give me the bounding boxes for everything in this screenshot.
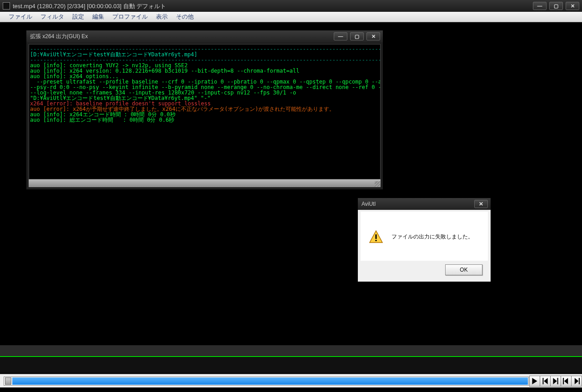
seek-thumb[interactable] [5, 377, 11, 385]
transport-controls [530, 376, 582, 387]
goto-start-button[interactable] [561, 376, 572, 387]
menu-file[interactable]: ファイル [5, 11, 36, 22]
alert-message: ファイルの出力に失敗しました。 [391, 233, 473, 241]
svg-marker-0 [532, 378, 537, 384]
alert-footer: OK [361, 261, 488, 279]
close-button[interactable]: ✕ [566, 2, 579, 10]
alert-close-button[interactable]: ✕ [474, 200, 488, 208]
app-icon [3, 2, 10, 10]
maximize-button[interactable]: ▢ [549, 2, 563, 10]
menu-bar: ファイル フィルタ 設定 編集 プロファイル 表示 その他 [0, 12, 582, 22]
alert-body: ファイルの出力に失敗しました。 [361, 212, 488, 263]
goto-end-button[interactable] [571, 376, 582, 387]
ok-button[interactable]: OK [445, 264, 482, 275]
minimize-button[interactable]: — [533, 2, 547, 10]
console-close-button[interactable]: ✕ [366, 32, 380, 40]
svg-rect-5 [563, 378, 564, 384]
console-resize-grip[interactable] [375, 181, 380, 187]
seek-row [0, 374, 582, 387]
menu-setting[interactable]: 設定 [68, 11, 88, 22]
console-window: 拡張 x264 出力(GUI) Ex — ▢ ✕ ---------------… [26, 30, 383, 190]
console-output[interactable]: ----------------------------------------… [29, 44, 381, 187]
console-title-text: 拡張 x264 出力(GUI) Ex [30, 33, 334, 40]
main-titlebar: test.mp4 (1280,720) [2/334] [00:00:00.03… [0, 0, 582, 12]
svg-marker-7 [575, 378, 578, 384]
console-scrollbar[interactable] [29, 179, 381, 187]
next-frame-button[interactable] [550, 376, 561, 387]
svg-marker-3 [553, 378, 557, 384]
seek-fill [12, 377, 528, 385]
warning-icon [369, 230, 383, 244]
timeline-strip[interactable] [0, 345, 582, 357]
menu-filter[interactable]: フィルタ [36, 11, 68, 22]
console-minimize-button[interactable]: — [334, 32, 347, 40]
menu-edit[interactable]: 編集 [88, 11, 108, 22]
menu-other[interactable]: その他 [172, 11, 198, 22]
svg-rect-8 [579, 378, 580, 384]
svg-rect-10 [376, 234, 377, 239]
svg-rect-11 [376, 240, 377, 241]
console-titlebar[interactable]: 拡張 x264 出力(GUI) Ex — ▢ ✕ [26, 30, 383, 42]
alert-titlebar[interactable]: AviUtl ✕ [358, 198, 491, 210]
alert-dialog: AviUtl ✕ ファイルの出力に失敗しました。 OK [357, 198, 491, 282]
play-button[interactable] [529, 376, 540, 387]
svg-marker-2 [544, 378, 547, 384]
window-buttons: — ▢ ✕ [533, 2, 579, 10]
seek-bar[interactable] [4, 377, 529, 386]
svg-rect-4 [557, 378, 558, 384]
main-window-title: test.mp4 (1280,720) [2/334] [00:00:00.03… [13, 2, 533, 10]
svg-marker-6 [564, 378, 568, 384]
menu-view[interactable]: 表示 [152, 11, 172, 22]
console-maximize-button[interactable]: ▢ [350, 32, 364, 40]
audio-strip[interactable] [0, 357, 582, 373]
alert-title-text: AviUtl [358, 201, 474, 207]
svg-rect-1 [542, 378, 543, 384]
prev-frame-button[interactable] [540, 376, 551, 387]
menu-profile[interactable]: プロファイル [108, 11, 152, 22]
